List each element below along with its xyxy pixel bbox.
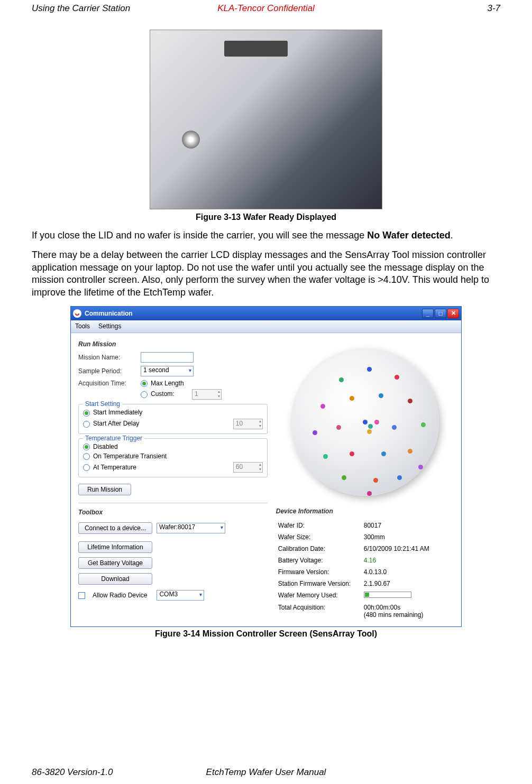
header-confidential: KLA-Tencor Confidential <box>217 3 315 14</box>
total-acq-value: 00h:00m:00s(480 mins remaining) <box>363 602 453 620</box>
memory-usage-bar <box>364 592 411 598</box>
on-transient-label: On Temperature Transient <box>93 453 167 460</box>
com-port-select[interactable]: COM3 <box>157 590 204 601</box>
sensor-dot <box>320 404 325 409</box>
get-battery-button[interactable]: Get Battery Voltage <box>78 557 152 569</box>
sensor-dot <box>418 465 423 469</box>
start-setting-legend: Start Setting <box>83 400 122 408</box>
allow-radio-checkbox[interactable] <box>78 592 85 599</box>
run-mission-button[interactable]: Run Mission <box>78 484 131 495</box>
figure-3-13-caption: Figure 3-13 Wafer Ready Displayed <box>32 213 500 222</box>
wafer-id-label: Wafer ID: <box>277 520 362 531</box>
at-temp-radio[interactable] <box>83 464 90 471</box>
max-length-label: Max Length <box>151 380 184 387</box>
custom-radio[interactable] <box>141 391 148 398</box>
para1-pre: If you close the LID and no wafer is ins… <box>32 230 367 241</box>
total-acq-label: Total Acquisition: <box>277 602 362 620</box>
window-titlebar[interactable]: Communication _ □ ✕ <box>71 307 461 320</box>
max-length-radio[interactable] <box>141 380 148 387</box>
sensor-dot <box>367 367 372 372</box>
footer-version: 86-3820 Version-1.0 <box>32 767 113 778</box>
sensor-dot <box>381 451 386 456</box>
sensor-dot <box>323 454 328 459</box>
at-temp-label: At Temperature <box>93 464 136 471</box>
mission-name-input[interactable] <box>141 352 194 363</box>
sensor-dot <box>408 449 412 454</box>
delay-spinner[interactable]: 10 <box>233 419 263 429</box>
device-info-table: Wafer ID:80017 Wafer Size:300mm Calibrat… <box>276 519 454 621</box>
start-setting-group: Start Setting Start Immediately Start Af… <box>78 404 268 433</box>
allow-radio-label: Allow Radio Device <box>93 592 147 599</box>
para1-bold: No Wafer detected <box>367 230 450 241</box>
divider <box>78 503 268 503</box>
wafer-size-label: Wafer Size: <box>277 532 362 542</box>
station-fw-value: 2.1.90.67 <box>363 578 453 589</box>
header-page-number: 3-7 <box>487 3 500 14</box>
minimize-button[interactable]: _ <box>422 309 434 318</box>
temp-trigger-group: Temperature Trigger Disabled On Temperat… <box>78 438 268 478</box>
app-icon <box>73 309 81 318</box>
on-transient-radio[interactable] <box>83 453 90 460</box>
connect-button[interactable]: Connect to a device... <box>78 522 152 534</box>
station-fw-label: Station Firmware Version: <box>277 578 362 589</box>
window-title: Communication <box>85 310 133 317</box>
sensor-dot <box>313 430 317 435</box>
close-button[interactable]: ✕ <box>447 309 459 318</box>
sensor-dot <box>339 377 344 382</box>
device-select[interactable]: Wafer:80017 <box>157 523 225 533</box>
start-after-delay-radio[interactable] <box>83 421 90 428</box>
sensor-dot <box>374 420 379 425</box>
paragraph-no-wafer: If you close the LID and no wafer is ins… <box>32 229 500 242</box>
figure-3-13-image <box>150 30 382 209</box>
start-immediately-label: Start Immediately <box>93 409 142 416</box>
para1-post: . <box>451 230 453 241</box>
lifetime-info-button[interactable]: Lifetime Information <box>78 541 152 553</box>
maximize-button[interactable]: □ <box>435 309 446 318</box>
footer-manual-title: EtchTemp Wafer User Manual <box>206 767 326 778</box>
custom-label: Custom: <box>151 390 175 398</box>
batt-voltage-value: 4.16 <box>363 555 453 566</box>
mem-used-label: Wafer Memory Used: <box>277 590 362 601</box>
download-button[interactable]: Download <box>78 573 152 585</box>
disabled-radio[interactable] <box>83 444 90 450</box>
sensor-dot <box>408 399 412 403</box>
sensor-dot <box>421 422 426 427</box>
paragraph-delay-warning: There may be a delay between the carrier… <box>32 249 500 299</box>
sensor-dot <box>395 375 399 380</box>
cal-date-value: 6/10/2009 10:21:41 AM <box>363 543 453 554</box>
sensor-dot <box>363 420 368 425</box>
mission-name-label: Mission Name: <box>78 354 136 361</box>
custom-spinner[interactable]: 1 <box>192 389 222 400</box>
sensor-dot <box>373 478 378 483</box>
toolbox-title: Toolbox <box>78 509 268 516</box>
sensor-dot <box>342 475 346 480</box>
wafer-sensor-map <box>286 344 444 502</box>
page-header: Using the Carrier Station KLA-Tencor Con… <box>32 0 500 30</box>
mission-controller-window: Communication _ □ ✕ Tools Settings Run M… <box>70 306 462 627</box>
temp-trigger-legend: Temperature Trigger <box>83 435 144 442</box>
acq-time-label: Acquisition Time: <box>78 380 136 387</box>
start-after-delay-label: Start After Delay <box>93 420 139 427</box>
sensor-dot <box>392 425 397 430</box>
sensor-dot <box>336 425 341 430</box>
temp-spinner[interactable]: 60 <box>233 462 263 473</box>
cal-date-label: Calibration Date: <box>277 543 362 554</box>
sensor-dot <box>367 429 372 434</box>
device-info-title: Device Information <box>276 508 454 515</box>
fw-version-value: 4.0.13.0 <box>363 567 453 577</box>
page-footer: 86-3820 Version-1.0 EtchTemp Wafer User … <box>32 767 500 778</box>
sensor-dot <box>350 451 354 456</box>
menu-tools[interactable]: Tools <box>75 322 90 330</box>
start-immediately-radio[interactable] <box>83 410 90 417</box>
fw-version-label: Firmware Version: <box>277 567 362 577</box>
sample-period-label: Sample Period: <box>78 367 136 375</box>
header-section: Using the Carrier Station <box>32 3 130 14</box>
disabled-label: Disabled <box>93 443 118 450</box>
run-mission-title: Run Mission <box>78 340 268 348</box>
sensor-dot <box>350 396 354 401</box>
menu-settings[interactable]: Settings <box>98 322 121 330</box>
sensor-dot <box>368 424 373 429</box>
sample-period-select[interactable]: 1 second <box>141 366 194 376</box>
sensor-dot <box>367 491 372 496</box>
batt-voltage-label: Battery Voltage: <box>277 555 362 566</box>
